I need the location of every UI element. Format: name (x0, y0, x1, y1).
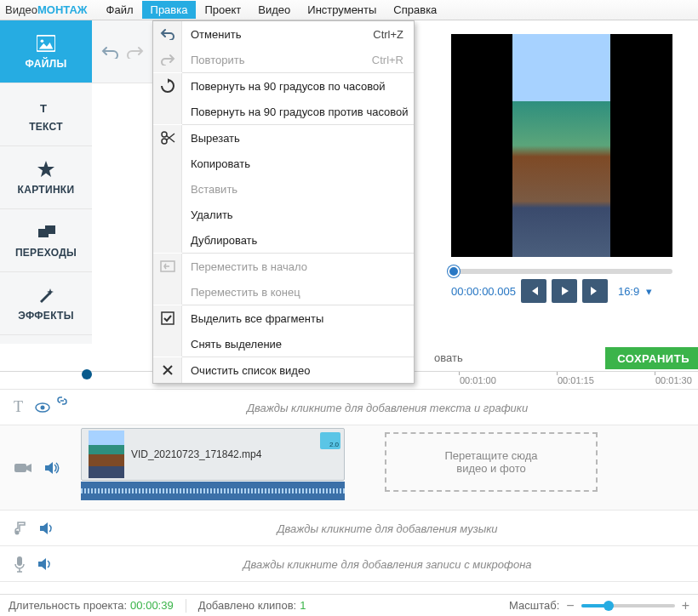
sidebar-effects[interactable]: ЭФФЕКТЫ (0, 272, 92, 335)
wand-icon (37, 286, 55, 305)
music-icon (14, 521, 27, 536)
mic-track-hint: Дважды кликните для добавления записи с … (77, 557, 698, 570)
svg-point-6 (162, 139, 167, 144)
dd-move-start: Переместить в начало (153, 254, 414, 279)
ruler-left (0, 371, 77, 390)
menu-video[interactable]: Видео (249, 1, 299, 19)
track-music[interactable]: Дважды кликните для добавления музыки (0, 510, 698, 546)
music-track-hint: Дважды кликните для добавления музыки (77, 522, 698, 534)
speaker-icon[interactable] (37, 557, 53, 571)
dd-delete[interactable]: Удалить (153, 202, 414, 227)
sidebar-transitions[interactable]: ПЕРЕХОДЫ (0, 209, 92, 272)
video-dropzone[interactable]: Перетащите сюда видео и фото (385, 432, 598, 492)
dd-rotate-cw-label: Повернуть на 90 градусов по часовой (182, 80, 414, 93)
zoom-out-icon[interactable]: − (566, 598, 574, 613)
dd-duplicate[interactable]: Дублировать (153, 227, 414, 253)
track-music-icons (0, 510, 77, 545)
dd-deselect-label: Снять выделение (182, 338, 414, 351)
zoom-label: Масштаб: (509, 599, 559, 612)
dd-copy-label: Копировать (182, 157, 414, 170)
status-bar: Длительность проекта: 00:00:39 Добавлено… (0, 594, 698, 616)
menu-file[interactable]: Файл (98, 1, 142, 19)
text-icon: T (37, 97, 55, 116)
menu-project[interactable]: Проект (196, 1, 249, 19)
dd-copy[interactable]: Копировать (153, 151, 414, 176)
transitions-icon (37, 223, 55, 242)
dd-cut[interactable]: Вырезать (153, 125, 414, 151)
dd-undo-shortcut: Ctrl+Z (367, 28, 414, 41)
track-text[interactable]: T Дважды кликните для добавления текста … (0, 390, 698, 425)
menu-help[interactable]: Справка (385, 1, 445, 19)
speaker-icon[interactable] (44, 461, 60, 475)
dropzone-line1: Перетащите сюда (444, 449, 537, 462)
svg-rect-8 (162, 312, 174, 324)
tick-5: 00:01:15 (558, 375, 594, 385)
playhead[interactable] (82, 369, 92, 379)
svg-point-1 (41, 39, 44, 43)
undo-icon[interactable] (101, 45, 118, 59)
svg-rect-11 (14, 464, 26, 472)
star-icon (37, 160, 55, 179)
dd-undo-label: Отменить (182, 28, 367, 41)
preview-panel: 00:00:00.005 16:9 ▾ (443, 24, 698, 306)
tick-6: 00:01:30 (655, 375, 692, 385)
dd-rotate-cw[interactable]: Повернуть на 90 градусов по часовой (153, 73, 414, 99)
prev-button[interactable] (521, 279, 546, 303)
zoom-slider[interactable] (581, 604, 675, 607)
duration-label: Длительность проекта: (9, 599, 127, 612)
sidebar-files[interactable]: ФАЙЛЫ (0, 20, 92, 83)
camera-icon (14, 461, 32, 475)
redo-icon[interactable] (127, 45, 144, 59)
dd-rotate-ccw[interactable]: Повернуть на 90 градусов против часовой (153, 99, 414, 124)
dd-deselect[interactable]: Снять выделение (153, 331, 414, 356)
mic-icon (14, 556, 26, 573)
eye-icon[interactable] (35, 402, 50, 413)
dd-select-all[interactable]: Выделить все фрагменты (153, 305, 414, 331)
undo-icon (153, 21, 182, 47)
chevron-down-icon[interactable]: ▾ (646, 285, 652, 298)
svg-text:T: T (40, 102, 47, 115)
tick-4: 00:01:00 (460, 375, 496, 385)
clip-transition-badge[interactable] (320, 432, 340, 449)
zoom-in-icon[interactable]: + (682, 598, 689, 613)
sidebar-text-label: ТЕКСТ (29, 121, 63, 133)
tracks-area: T Дважды кликните для добавления текста … (0, 390, 698, 594)
dd-clear-list-label: Очистить список видео (182, 364, 414, 377)
text-track-link-icon[interactable] (49, 391, 75, 408)
partial-label: овать (434, 351, 463, 364)
select-all-icon (153, 305, 182, 331)
play-button[interactable] (552, 279, 577, 303)
brand-part2: МОНТАЖ (37, 3, 88, 16)
save-button[interactable]: СОХРАНИТЬ (605, 347, 698, 369)
svg-point-5 (162, 132, 167, 137)
menu-edit[interactable]: Правка (142, 1, 197, 19)
sidebar-pictures-label: КАРТИНКИ (18, 184, 75, 196)
zoom-knob[interactable] (604, 601, 614, 611)
dd-clear-list[interactable]: Очистить список видео (153, 357, 414, 383)
video-clip[interactable]: VID_20210723_171842.mp4 (81, 428, 345, 481)
track-mic[interactable]: Дважды кликните для добавления записи с … (0, 546, 698, 582)
dd-undo[interactable]: Отменить Ctrl+Z (153, 21, 414, 47)
close-icon (153, 357, 182, 383)
edit-dropdown: Отменить Ctrl+Z Повторить Ctrl+R Поверну… (152, 20, 415, 384)
app-brand: ВидеоМОНТАЖ (5, 3, 88, 16)
scrubber-knob[interactable] (448, 265, 460, 277)
redo-icon (153, 47, 182, 72)
menu-tools[interactable]: Инструменты (299, 1, 385, 19)
aspect-ratio[interactable]: 16:9 (618, 285, 639, 298)
track-video[interactable]: VID_20210723_171842.mp4 Перетащите сюда … (0, 425, 698, 510)
dd-delete-label: Удалить (182, 208, 414, 221)
timecode: 00:00:00.005 (451, 285, 516, 298)
dd-paste-label: Вставить (182, 183, 414, 196)
next-button[interactable] (582, 279, 608, 303)
speaker-icon[interactable] (39, 522, 54, 535)
sidebar-pictures[interactable]: КАРТИНКИ (0, 146, 92, 209)
dropzone-line2: видео и фото (456, 462, 525, 475)
clip-audio-waveform[interactable] (81, 482, 345, 500)
sidebar-effects-label: ЭФФЕКТЫ (18, 310, 74, 322)
preview-scrubber[interactable] (451, 269, 672, 274)
dd-cut-label: Вырезать (182, 132, 414, 145)
sidebar-text[interactable]: T ТЕКСТ (0, 83, 92, 146)
dd-duplicate-label: Дублировать (182, 234, 414, 247)
sidebar-files-label: ФАЙЛЫ (26, 58, 67, 70)
